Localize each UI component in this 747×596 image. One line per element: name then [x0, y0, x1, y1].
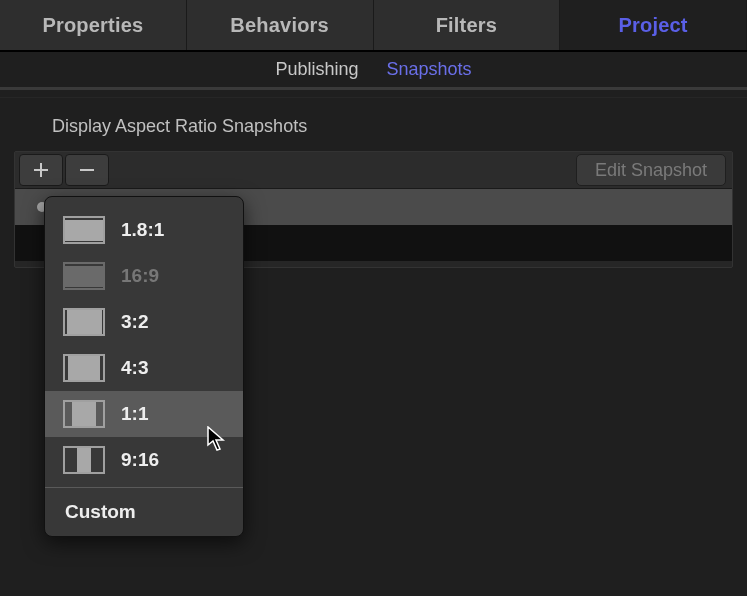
- tab-behaviors[interactable]: Behaviors: [187, 0, 374, 50]
- project-subtabs: Publishing Snapshots: [0, 52, 747, 88]
- aspect-menu-item-1-8-1[interactable]: 1.8:1: [45, 207, 243, 253]
- aspect-swatch-icon: [63, 308, 105, 336]
- aspect-swatch-icon: [63, 400, 105, 428]
- aspect-menu-label: 1:1: [121, 403, 148, 425]
- aspect-menu-item-1-1[interactable]: 1:1: [45, 391, 243, 437]
- edit-snapshot-button[interactable]: Edit Snapshot: [576, 154, 726, 186]
- aspect-menu-item-4-3[interactable]: 4:3: [45, 345, 243, 391]
- aspect-menu-label: 3:2: [121, 311, 148, 333]
- subtab-snapshots[interactable]: Snapshots: [387, 59, 472, 80]
- aspect-ratio-menu: 1.8:1 16:9 3:2 4:3 1:1 9:16 Custom: [44, 196, 244, 537]
- aspect-menu-item-16-9: 16:9: [45, 253, 243, 299]
- tab-filters[interactable]: Filters: [374, 0, 561, 50]
- tab-properties[interactable]: Properties: [0, 0, 187, 50]
- aspect-swatch-icon: [63, 216, 105, 244]
- tab-project[interactable]: Project: [560, 0, 747, 50]
- aspect-swatch-icon: [63, 262, 105, 290]
- snapshots-toolbar: Edit Snapshot: [15, 152, 732, 188]
- minus-icon: [79, 162, 95, 178]
- divider: [0, 90, 747, 98]
- plus-icon: [33, 162, 49, 178]
- aspect-menu-label: 4:3: [121, 357, 148, 379]
- aspect-swatch-icon: [63, 354, 105, 382]
- aspect-menu-label: 1.8:1: [121, 219, 164, 241]
- inspector-tabs: Properties Behaviors Filters Project: [0, 0, 747, 52]
- aspect-menu-item-9-16[interactable]: 9:16: [45, 437, 243, 483]
- aspect-swatch-icon: [63, 446, 105, 474]
- aspect-menu-label: 16:9: [121, 265, 159, 287]
- aspect-menu-item-custom[interactable]: Custom: [45, 488, 243, 536]
- add-snapshot-button[interactable]: [19, 154, 63, 186]
- remove-snapshot-button[interactable]: [65, 154, 109, 186]
- aspect-menu-label: 9:16: [121, 449, 159, 471]
- section-title: Display Aspect Ratio Snapshots: [0, 98, 747, 151]
- aspect-menu-item-3-2[interactable]: 3:2: [45, 299, 243, 345]
- subtab-publishing[interactable]: Publishing: [275, 59, 358, 80]
